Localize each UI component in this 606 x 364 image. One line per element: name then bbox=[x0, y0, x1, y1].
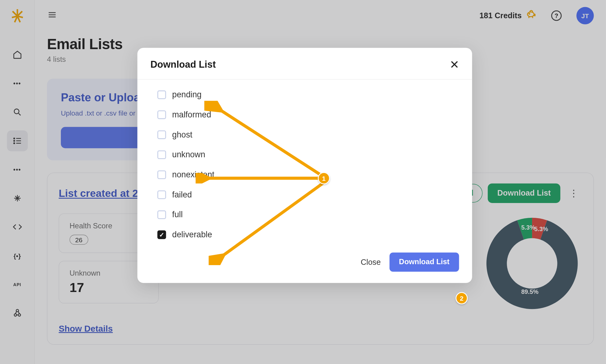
modal-header: Download List ✕ bbox=[138, 48, 472, 80]
checkbox-unknown[interactable] bbox=[157, 150, 166, 159]
checkbox-label: ghost bbox=[172, 130, 192, 140]
annotation-arrow-1c bbox=[209, 178, 335, 265]
checkbox-label: deliverable bbox=[172, 230, 212, 239]
svg-line-10 bbox=[222, 183, 324, 256]
close-icon[interactable]: ✕ bbox=[450, 59, 459, 70]
filter-option-pending[interactable]: pending bbox=[157, 90, 452, 99]
annotation-badge-1: 1 bbox=[318, 172, 330, 184]
checkbox-label: unknown bbox=[172, 150, 205, 159]
svg-line-8 bbox=[219, 109, 324, 177]
checkbox-nonexistent[interactable] bbox=[157, 170, 166, 179]
checkbox-deliverable[interactable] bbox=[157, 231, 166, 239]
annotation-badge-2: 2 bbox=[456, 292, 468, 304]
checkbox-label: pending bbox=[172, 90, 201, 99]
modal-download-button[interactable]: Download List bbox=[389, 252, 459, 272]
checkbox-full[interactable] bbox=[157, 210, 166, 219]
checkbox-ghost[interactable] bbox=[157, 130, 166, 139]
checkbox-failed[interactable] bbox=[157, 190, 166, 199]
checkbox-malformed[interactable] bbox=[157, 110, 166, 119]
modal-title: Download List bbox=[150, 59, 216, 70]
checkbox-label: full bbox=[172, 210, 183, 219]
modal-close-button[interactable]: Close bbox=[361, 257, 381, 267]
checkbox-label: failed bbox=[172, 190, 192, 200]
checkbox-pending[interactable] bbox=[157, 91, 166, 99]
